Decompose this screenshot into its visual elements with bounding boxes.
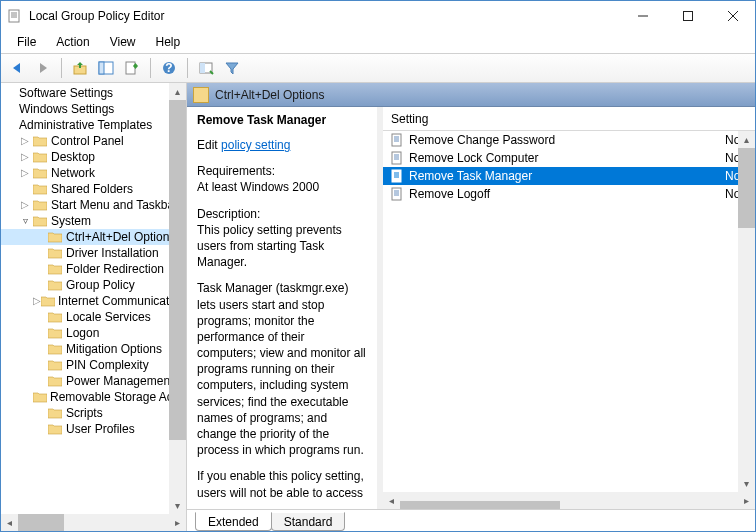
svg-rect-20: [392, 152, 401, 164]
tree-node-label: Control Panel: [51, 133, 124, 149]
window-title: Local Group Policy Editor: [29, 9, 620, 23]
requirements-value: At least Windows 2000: [197, 180, 319, 194]
tab-standard[interactable]: Standard: [271, 512, 346, 531]
menu-file[interactable]: File: [9, 33, 44, 51]
folder-icon: [193, 87, 209, 103]
scroll-up-icon[interactable]: ▴: [738, 131, 755, 148]
minimize-button[interactable]: [620, 2, 665, 30]
expand-icon[interactable]: ▷: [18, 165, 32, 181]
tree-node[interactable]: Administrative Templates: [1, 117, 186, 133]
svg-rect-28: [392, 188, 401, 200]
list-column-header[interactable]: Setting: [383, 107, 755, 131]
expand-icon[interactable]: ▷: [18, 149, 32, 165]
menu-help[interactable]: Help: [148, 33, 189, 51]
tree-node-label: User Profiles: [66, 421, 135, 437]
folder-icon: [47, 230, 63, 244]
tree-node[interactable]: Mitigation Options: [1, 341, 186, 357]
back-button[interactable]: [5, 56, 29, 80]
scroll-thumb[interactable]: [400, 501, 560, 510]
policy-name: Remove Task Manager: [197, 113, 367, 127]
list-row[interactable]: Remove LogoffNot: [383, 185, 755, 203]
tree-node-label: Locale Services: [66, 309, 151, 325]
scroll-down-icon[interactable]: ▾: [738, 475, 755, 492]
list-row[interactable]: Remove Change PasswordNot: [383, 131, 755, 149]
tree-node[interactable]: Logon: [1, 325, 186, 341]
list-horizontal-scrollbar[interactable]: ◂ ▸: [383, 492, 755, 509]
tree-node[interactable]: Scripts: [1, 405, 186, 421]
menu-view[interactable]: View: [102, 33, 144, 51]
forward-button[interactable]: [31, 56, 55, 80]
svg-rect-5: [683, 12, 692, 21]
content-header-title: Ctrl+Alt+Del Options: [215, 88, 324, 102]
tree-node[interactable]: Driver Installation: [1, 245, 186, 261]
close-button[interactable]: [710, 2, 755, 30]
filter-button[interactable]: [220, 56, 244, 80]
folder-icon: [47, 358, 63, 372]
maximize-button[interactable]: [665, 2, 710, 30]
tree-node-label: Administrative Templates: [19, 117, 152, 133]
tree-node[interactable]: Windows Settings: [1, 101, 186, 117]
scroll-right-icon[interactable]: ▸: [169, 514, 186, 531]
folder-icon: [33, 390, 47, 404]
expand-icon[interactable]: ▷: [18, 197, 32, 213]
tab-extended[interactable]: Extended: [195, 512, 272, 531]
tree-node-label: Software Settings: [19, 85, 113, 101]
scroll-thumb[interactable]: [169, 100, 186, 440]
detail-pane: Remove Task Manager Edit policy setting …: [187, 107, 377, 509]
policy-icon: [389, 133, 405, 147]
tree-node[interactable]: Shared Folders: [1, 181, 186, 197]
up-button[interactable]: [68, 56, 92, 80]
list-vertical-scrollbar[interactable]: ▴ ▾: [738, 131, 755, 492]
scroll-down-icon[interactable]: ▾: [169, 497, 186, 514]
show-hide-tree-button[interactable]: [94, 56, 118, 80]
tree-node-label: Desktop: [51, 149, 95, 165]
folder-icon: [47, 406, 63, 420]
expand-icon[interactable]: ▿: [18, 213, 32, 229]
tree-horizontal-scrollbar[interactable]: ◂ ▸: [1, 514, 186, 531]
scroll-thumb[interactable]: [738, 148, 755, 228]
options-button[interactable]: [194, 56, 218, 80]
list-row[interactable]: Remove Lock ComputerNot: [383, 149, 755, 167]
tree-node[interactable]: Software Settings: [1, 85, 186, 101]
tree-node[interactable]: ▷Start Menu and Taskbar: [1, 197, 186, 213]
tree-node[interactable]: Locale Services: [1, 309, 186, 325]
expand-icon[interactable]: ▷: [33, 293, 41, 309]
tree-node[interactable]: ▷Internet Communication Management: [1, 293, 186, 309]
tree-pane: Software SettingsWindows SettingsAdminis…: [1, 83, 187, 531]
tree-vertical-scrollbar[interactable]: ▴ ▾: [169, 83, 186, 514]
tree-node[interactable]: Group Policy: [1, 277, 186, 293]
tree-node[interactable]: Removable Storage Access: [1, 389, 186, 405]
edit-policy-link[interactable]: policy setting: [221, 138, 290, 152]
scroll-right-icon[interactable]: ▸: [738, 492, 755, 509]
scroll-left-icon[interactable]: ◂: [1, 514, 18, 531]
scroll-left-icon[interactable]: ◂: [383, 492, 400, 509]
scroll-thumb[interactable]: [18, 514, 64, 531]
tree-node-label: Driver Installation: [66, 245, 159, 261]
list-row-label: Remove Logoff: [409, 187, 725, 201]
tree-node[interactable]: PIN Complexity: [1, 357, 186, 373]
tree-node[interactable]: ▿System: [1, 213, 186, 229]
list-row-label: Remove Lock Computer: [409, 151, 725, 165]
tree-node[interactable]: User Profiles: [1, 421, 186, 437]
tree-node[interactable]: ▷Network: [1, 165, 186, 181]
svg-rect-24: [392, 170, 401, 182]
separator: [61, 58, 62, 78]
help-button[interactable]: ?: [157, 56, 181, 80]
tree-node[interactable]: Power Management: [1, 373, 186, 389]
scroll-up-icon[interactable]: ▴: [169, 83, 186, 100]
tree-node-label: Shared Folders: [51, 181, 133, 197]
menu-action[interactable]: Action: [48, 33, 97, 51]
list-row[interactable]: Remove Task ManagerNot: [383, 167, 755, 185]
tree-node[interactable]: ▷Desktop: [1, 149, 186, 165]
description-text-3: If you enable this policy setting, users…: [197, 468, 367, 500]
tree-node[interactable]: ▷Control Panel: [1, 133, 186, 149]
tree-node[interactable]: Folder Redirection: [1, 261, 186, 277]
tree-node[interactable]: Ctrl+Alt+Del Options: [1, 229, 186, 245]
export-button[interactable]: [120, 56, 144, 80]
separator: [150, 58, 151, 78]
tree-node-label: Group Policy: [66, 277, 135, 293]
title-bar: Local Group Policy Editor: [1, 1, 755, 31]
folder-icon: [32, 134, 48, 148]
expand-icon[interactable]: ▷: [18, 133, 32, 149]
svg-rect-11: [126, 62, 135, 74]
